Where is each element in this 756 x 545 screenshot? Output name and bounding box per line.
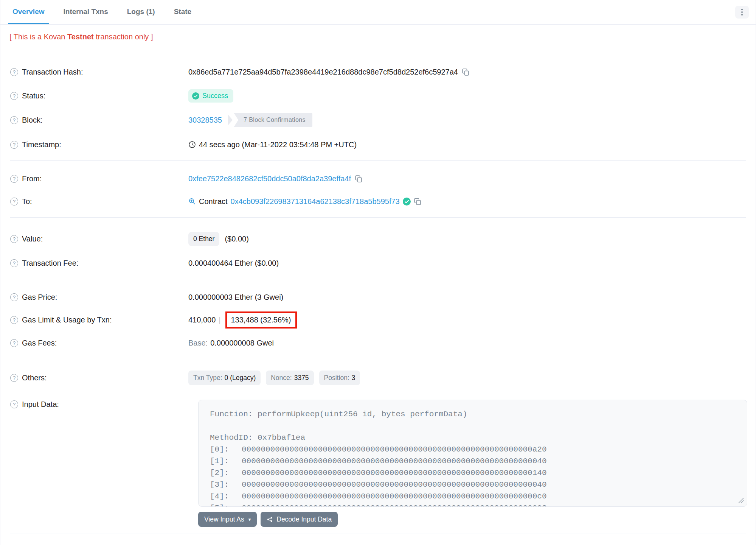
help-icon[interactable]: ? bbox=[10, 235, 18, 243]
zoom-in-icon[interactable] bbox=[188, 198, 196, 205]
help-icon[interactable]: ? bbox=[10, 339, 18, 347]
help-icon[interactable]: ? bbox=[10, 68, 18, 76]
badge-arrow bbox=[228, 115, 233, 125]
input-methodid-line: MethodID: 0x7bbaf1ea bbox=[210, 432, 739, 444]
row-label: Input Data: bbox=[22, 400, 59, 409]
copy-icon[interactable] bbox=[462, 68, 470, 76]
base-fee-label: Base: bbox=[188, 339, 208, 347]
divider bbox=[10, 217, 746, 218]
help-icon[interactable]: ? bbox=[10, 175, 18, 183]
row-to: ? To: Contract 0x4cb093f226983713164a621… bbox=[0, 193, 756, 210]
verified-check-icon bbox=[403, 198, 411, 206]
transaction-overview-card: Overview Internal Txns Logs (1) State [ … bbox=[0, 0, 756, 545]
tab-bar: Overview Internal Txns Logs (1) State bbox=[0, 0, 756, 25]
row-others: ? Others: Txn Type: 0 (Legacy) Nonce: 33… bbox=[0, 369, 756, 386]
value-separator: | bbox=[219, 316, 220, 324]
to-address-link[interactable]: 0x4cb093f226983713164a62138c3f718a5b595f… bbox=[231, 197, 400, 206]
input-blank-line bbox=[210, 420, 739, 432]
input-word-line: [1]:000000000000000000000000000000000000… bbox=[210, 455, 739, 467]
help-icon[interactable]: ? bbox=[10, 316, 18, 324]
row-gas-fees: ? Gas Fees: Base: 0.000000008 Gwei bbox=[0, 335, 756, 351]
gas-price-value: 0.000000003 Ether (3 Gwei) bbox=[188, 293, 283, 302]
transaction-fee-value: 0.000400464 Ether ($0.00) bbox=[188, 259, 279, 268]
word-hex: 0000000000000000000000000000000000000000… bbox=[242, 444, 547, 455]
row-label: Others: bbox=[22, 374, 47, 382]
kebab-icon bbox=[741, 9, 743, 16]
view-input-as-label: View Input As bbox=[204, 515, 244, 523]
word-hex: 0000000000000000000000000000000000000000… bbox=[242, 502, 547, 507]
input-data-textarea[interactable]: Function: performUpkeep(uint256 id, byte… bbox=[198, 400, 747, 507]
word-index: [3]: bbox=[210, 479, 242, 490]
copy-icon[interactable] bbox=[355, 175, 363, 183]
divider bbox=[10, 360, 746, 360]
status-text: Success bbox=[202, 92, 228, 100]
testnet-notice: [ This is a Kovan Testnet transaction on… bbox=[9, 33, 153, 41]
row-label: Timestamp: bbox=[22, 140, 61, 149]
clock-icon bbox=[188, 141, 196, 148]
resize-handle-icon[interactable] bbox=[737, 497, 745, 504]
row-label: To: bbox=[22, 197, 32, 206]
txn-type-value: 0 (Legacy) bbox=[225, 374, 256, 382]
nonce-badge: Nonce: 3375 bbox=[266, 371, 314, 385]
more-options-button[interactable] bbox=[735, 6, 749, 19]
row-gas-price: ? Gas Price: 0.000000003 Ether (3 Gwei) bbox=[0, 289, 756, 305]
word-index: [5]: bbox=[210, 502, 242, 507]
position-badge: Position: 3 bbox=[319, 371, 360, 385]
row-value: ? Value: 0 Ether ($0.00) bbox=[0, 230, 756, 247]
nonce-label: Nonce: bbox=[271, 374, 292, 382]
decode-icon bbox=[267, 516, 273, 523]
row-label: Transaction Hash: bbox=[22, 68, 83, 76]
row-timestamp: ? Timestamp: 44 secs ago (Mar-11-2022 03… bbox=[0, 136, 756, 153]
help-icon[interactable]: ? bbox=[10, 374, 18, 382]
word-index: [0]: bbox=[210, 444, 242, 455]
word-hex: 0000000000000000000000000000000000000000… bbox=[242, 467, 547, 479]
tab-internal-txns[interactable]: Internal Txns bbox=[59, 0, 113, 24]
copy-icon[interactable] bbox=[414, 198, 422, 206]
view-input-as-button[interactable]: View Input As ▾ bbox=[198, 512, 257, 527]
base-fee-value: 0.000000008 Gwei bbox=[210, 339, 274, 347]
row-transaction-fee: ? Transaction Fee: 0.000400464 Ether ($0… bbox=[0, 255, 756, 271]
gas-limit-value: 410,000 bbox=[188, 316, 216, 324]
notice-bold: Testnet bbox=[67, 33, 94, 41]
help-icon[interactable]: ? bbox=[10, 141, 18, 149]
tab-logs[interactable]: Logs (1) bbox=[123, 0, 160, 24]
row-transaction-hash: ? Transaction Hash: 0x86ed5a771e725aa94d… bbox=[0, 64, 756, 80]
word-hex: 0000000000000000000000000000000000000000… bbox=[242, 490, 547, 502]
gas-usage-value: 133,488 (32.56%) bbox=[231, 316, 291, 324]
word-hex: 0000000000000000000000000000000000000000… bbox=[242, 479, 547, 490]
block-number-link[interactable]: 30328535 bbox=[188, 116, 222, 125]
row-status: ? Status: Success bbox=[0, 87, 756, 104]
position-label: Position: bbox=[324, 374, 349, 382]
row-label: Gas Limit & Usage by Txn: bbox=[22, 316, 112, 324]
txn-type-badge: Txn Type: 0 (Legacy) bbox=[188, 371, 261, 385]
from-address-link[interactable]: 0xfee7522e8482682cf50ddc50a0f8da2a39effa… bbox=[188, 174, 351, 183]
divider bbox=[10, 534, 746, 534]
txn-type-label: Txn Type: bbox=[193, 374, 222, 382]
word-hex: 0000000000000000000000000000000000000000… bbox=[242, 455, 547, 467]
contract-prefix: Contract bbox=[199, 197, 228, 206]
input-word-line: [0]:000000000000000000000000000000000000… bbox=[210, 444, 739, 455]
decode-input-data-button[interactable]: Decode Input Data bbox=[261, 512, 338, 527]
block-confirmations-badge: 7 Block Confirmations bbox=[228, 113, 312, 127]
help-icon[interactable]: ? bbox=[10, 116, 18, 124]
highlight-box: 133,488 (32.56%) bbox=[225, 311, 297, 329]
help-icon[interactable]: ? bbox=[10, 400, 18, 408]
help-icon[interactable]: ? bbox=[10, 293, 18, 301]
decode-label: Decode Input Data bbox=[276, 515, 332, 523]
input-word-line: [3]:000000000000000000000000000000000000… bbox=[210, 479, 739, 490]
word-index: [1]: bbox=[210, 455, 242, 467]
position-value: 3 bbox=[352, 374, 355, 382]
input-function-line: Function: performUpkeep(uint256 id, byte… bbox=[210, 408, 739, 420]
divider bbox=[10, 280, 746, 280]
row-label: Transaction Fee: bbox=[22, 259, 78, 268]
check-circle-icon bbox=[192, 92, 199, 100]
word-index: [2]: bbox=[210, 467, 242, 479]
tab-overview[interactable]: Overview bbox=[8, 0, 49, 24]
help-icon[interactable]: ? bbox=[10, 198, 18, 206]
help-icon[interactable]: ? bbox=[10, 259, 18, 267]
transaction-hash-value: 0x86ed5a771e725aa94d5b7fa2398e4419e216d8… bbox=[188, 68, 458, 76]
tab-state[interactable]: State bbox=[169, 0, 196, 24]
row-block: ? Block: 30328535 7 Block Confirmations bbox=[0, 112, 756, 128]
help-icon[interactable]: ? bbox=[10, 92, 18, 100]
row-label: Block: bbox=[22, 116, 42, 125]
